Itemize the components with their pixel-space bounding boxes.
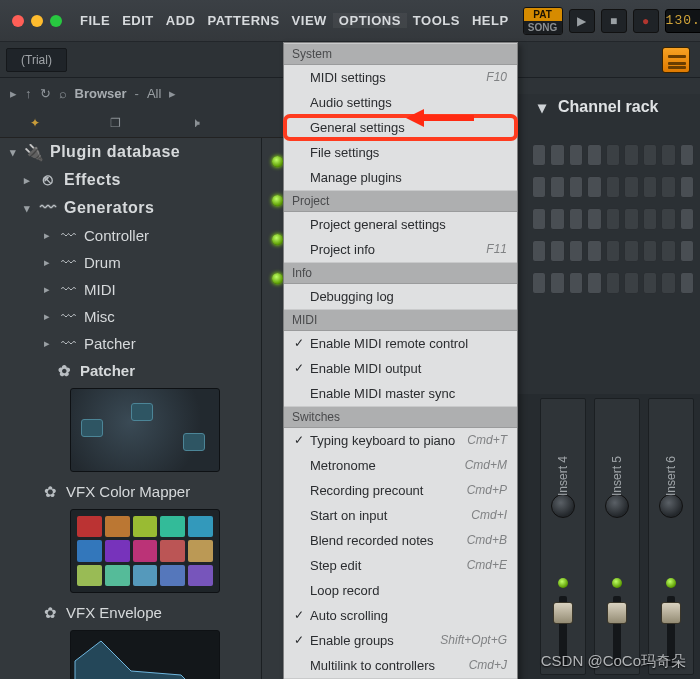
search-icon[interactable]: ⌕ — [59, 86, 67, 101]
menu-item-general-settings[interactable]: General settings — [284, 115, 517, 140]
menu-item-typing-keyboard-to-piano[interactable]: ✓Typing keyboard to pianoCmd+T — [284, 428, 517, 453]
step-button[interactable] — [643, 176, 657, 198]
insert-led[interactable] — [612, 578, 622, 588]
browser-scope[interactable]: All — [147, 86, 161, 101]
step-button[interactable] — [532, 208, 546, 230]
menu-item-enable-groups[interactable]: ✓Enable groupsShift+Opt+G — [284, 628, 517, 653]
step-button[interactable] — [587, 176, 601, 198]
menu-view[interactable]: VIEW — [286, 13, 333, 28]
menu-item-audio-settings[interactable]: Audio settings — [284, 90, 517, 115]
expand-icon[interactable]: ▸ — [42, 337, 52, 350]
step-button[interactable] — [643, 272, 657, 294]
menu-edit[interactable]: EDIT — [116, 13, 160, 28]
expand-icon[interactable]: ▸ — [42, 310, 52, 323]
vfx-envelope-thumbnail[interactable] — [70, 630, 220, 679]
step-button[interactable] — [569, 272, 583, 294]
step-button[interactable] — [606, 208, 620, 230]
menu-item-metronome[interactable]: MetronomeCmd+M — [284, 453, 517, 478]
menu-item-auto-scrolling[interactable]: ✓Auto scrolling — [284, 603, 517, 628]
close-icon[interactable] — [12, 15, 24, 27]
step-button[interactable] — [550, 208, 564, 230]
step-button[interactable] — [661, 144, 675, 166]
step-sequencer-icon[interactable] — [662, 47, 690, 73]
step-button[interactable] — [606, 272, 620, 294]
pat-song-toggle[interactable]: PAT SONG — [523, 7, 563, 35]
menu-add[interactable]: ADD — [160, 13, 202, 28]
mute-icon[interactable]: 🕨 — [191, 116, 203, 130]
expand-icon[interactable]: ▸ — [42, 283, 52, 296]
mixer-insert[interactable]: Insert 6 — [648, 398, 694, 675]
step-button[interactable] — [661, 240, 675, 262]
step-button[interactable] — [550, 176, 564, 198]
chevron-right-icon[interactable]: ▸ — [10, 86, 17, 101]
menu-help[interactable]: HELP — [466, 13, 515, 28]
step-button[interactable] — [587, 144, 601, 166]
fader-cap[interactable] — [553, 602, 573, 624]
tree-item-patcher[interactable]: ▸〰Patcher — [0, 330, 261, 357]
tree-generators[interactable]: ▾ 〰 Generators — [0, 194, 261, 222]
channel-led[interactable] — [272, 195, 283, 206]
menu-item-project-info[interactable]: Project infoF11 — [284, 237, 517, 262]
step-button[interactable] — [569, 144, 583, 166]
zoom-icon[interactable] — [50, 15, 62, 27]
channel-led[interactable] — [272, 273, 283, 284]
play-button[interactable]: ▶ — [569, 9, 595, 33]
step-button[interactable] — [569, 240, 583, 262]
tree-effects[interactable]: ▸ ⎋ Effects — [0, 166, 261, 194]
step-sequencer[interactable] — [532, 144, 694, 304]
refresh-icon[interactable]: ↻ — [40, 86, 51, 101]
tree-patcher-selected[interactable]: ✿ Patcher — [0, 357, 261, 384]
channel-rack-header[interactable]: ▾ Channel rack — [518, 94, 700, 120]
step-button[interactable] — [680, 144, 694, 166]
step-button[interactable] — [606, 176, 620, 198]
expand-icon[interactable]: ▸ — [22, 174, 32, 187]
insert-led[interactable] — [666, 578, 676, 588]
step-button[interactable] — [569, 176, 583, 198]
step-button[interactable] — [532, 144, 546, 166]
step-button[interactable] — [661, 272, 675, 294]
pan-knob[interactable] — [659, 494, 683, 518]
menu-item-enable-midi-output[interactable]: ✓Enable MIDI output — [284, 356, 517, 381]
channel-led[interactable] — [272, 234, 283, 245]
menu-item-debugging-log[interactable]: Debugging log — [284, 284, 517, 309]
pan-knob[interactable] — [605, 494, 629, 518]
insert-led[interactable] — [558, 578, 568, 588]
step-button[interactable] — [661, 208, 675, 230]
step-button[interactable] — [680, 208, 694, 230]
tempo-display[interactable]: 130.000 — [665, 9, 700, 33]
step-button[interactable] — [550, 240, 564, 262]
expand-icon[interactable]: ▸ — [42, 229, 52, 242]
fader-cap[interactable] — [661, 602, 681, 624]
step-button[interactable] — [624, 208, 638, 230]
patcher-thumbnail[interactable] — [70, 388, 220, 472]
step-button[interactable] — [587, 208, 601, 230]
up-arrow-icon[interactable]: ↑ — [25, 86, 32, 101]
tree-item-misc[interactable]: ▸〰Misc — [0, 303, 261, 330]
step-button[interactable] — [606, 144, 620, 166]
step-button[interactable] — [587, 272, 601, 294]
menu-item-loop-record[interactable]: Loop record — [284, 578, 517, 603]
menu-item-midi-settings[interactable]: MIDI settingsF10 — [284, 65, 517, 90]
fader-cap[interactable] — [607, 602, 627, 624]
menu-options[interactable]: OPTIONS — [333, 13, 407, 28]
step-button[interactable] — [550, 144, 564, 166]
menu-item-recording-precount[interactable]: Recording precountCmd+P — [284, 478, 517, 503]
channel-led[interactable] — [272, 156, 283, 167]
chevron-down-icon[interactable]: ▾ — [534, 99, 550, 115]
tree-vfx-color-mapper[interactable]: ✿ VFX Color Mapper — [0, 478, 261, 505]
menu-item-project-general-settings[interactable]: Project general settings — [284, 212, 517, 237]
menu-item-manage-plugins[interactable]: Manage plugins — [284, 165, 517, 190]
mixer-insert[interactable]: Insert 5 — [594, 398, 640, 675]
minimize-icon[interactable] — [31, 15, 43, 27]
step-button[interactable] — [643, 208, 657, 230]
tree-item-controller[interactable]: ▸〰Controller — [0, 222, 261, 249]
menu-patterns[interactable]: PATTERNS — [201, 13, 285, 28]
copy-icon[interactable]: ❐ — [110, 116, 121, 130]
chevron-right-icon[interactable]: ▸ — [169, 86, 176, 101]
step-button[interactable] — [532, 240, 546, 262]
menu-item-enable-midi-master-sync[interactable]: Enable MIDI master sync — [284, 381, 517, 406]
tree-item-midi[interactable]: ▸〰MIDI — [0, 276, 261, 303]
step-button[interactable] — [643, 144, 657, 166]
favorite-icon[interactable]: ✦ — [30, 116, 40, 130]
menu-file[interactable]: FILE — [74, 13, 116, 28]
